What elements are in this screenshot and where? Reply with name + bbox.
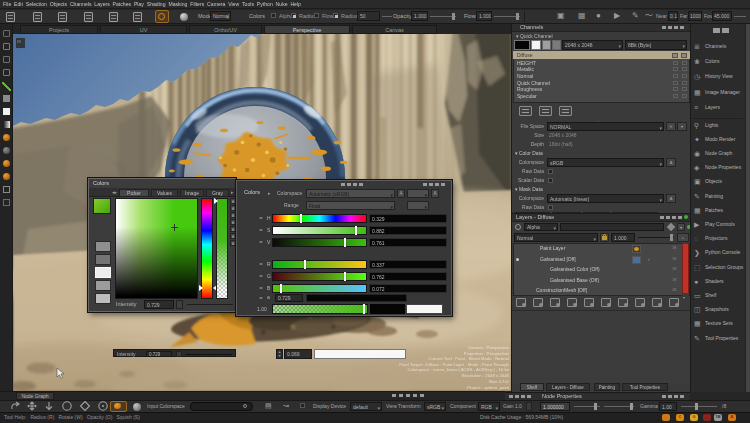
svg-text:Paint Target : Diffuse : Paint: Paint Target : Diffuse : Paint Layer , M…: [399, 362, 509, 367]
svg-text:Colorspace : scene_linear ( AC: Colorspace : scene_linear ( ACES - ACESc…: [407, 367, 509, 372]
svg-text:Projection : Perspective: Projection : Perspective: [464, 351, 510, 356]
svg-text:Current Tool : Paint , Blend M: Current Tool : Paint , Blend Mode : Norm…: [428, 356, 509, 361]
svg-text:Project : sphere_paint: Project : sphere_paint: [467, 385, 510, 390]
svg-text:Resolution : 2048 x 2048: Resolution : 2048 x 2048: [461, 373, 509, 378]
svg-text:Camera : Perspective: Camera : Perspective: [468, 345, 510, 350]
svg-text:Mari 4.7v2: Mari 4.7v2: [489, 379, 510, 384]
